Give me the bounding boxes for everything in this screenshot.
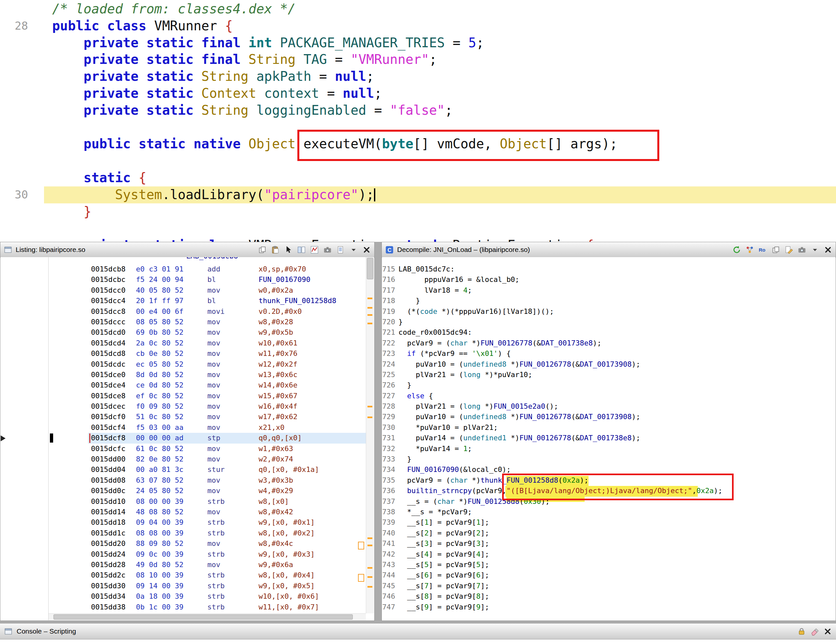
java-code-line[interactable]: private static String loggingEnabled = "… — [0, 102, 836, 119]
decompile-code-line[interactable]: 742 __s[4] = pcVar9[4]; — [382, 549, 835, 559]
listing-vertical-scrollbar[interactable] — [366, 257, 374, 613]
decompile-code-line[interactable]: 726 } — [382, 380, 835, 390]
java-code-line[interactable]: static { — [0, 170, 836, 186]
listing-row[interactable]: 0015dd1448 08 80 52movw8,#0x42 — [1, 507, 366, 517]
java-code-line[interactable]: 30 System.loadLibrary("pairipcore"); — [0, 186, 836, 203]
decompile-code-line[interactable]: 718 } — [382, 296, 835, 306]
analysis-marker[interactable] — [367, 537, 372, 539]
decompile-code-line[interactable]: 731 puVar14 = (undefined1 *)FUN_00126778… — [382, 433, 835, 443]
listing-row[interactable]: 0015dd0400 a0 81 3csturq0,[x0, #0x1a] — [1, 465, 366, 475]
java-code-line[interactable]: 28public class VMRunner { — [0, 18, 836, 34]
scrollbar-thumb[interactable] — [54, 614, 353, 620]
listing-row[interactable]: 0015dcfc61 0c 80 52movw1,#0x63 — [1, 443, 366, 454]
lock-icon[interactable] — [797, 627, 806, 636]
decompile-titlebar[interactable]: C Decompile: JNI_OnLoad – (libpairipcore… — [382, 242, 836, 258]
analysis-marker[interactable] — [367, 323, 372, 324]
decompile-code-line[interactable]: 724 puVar10 = (undefined8 *)FUN_00126778… — [382, 359, 835, 370]
listing-row[interactable]: 0015dcd42a 0c 80 52movw10,#0x61 — [1, 338, 366, 348]
listing-row[interactable]: 0015dcd8cb 0e 80 52movw11,#0x76 — [1, 348, 366, 359]
analysis-marker[interactable] — [367, 416, 372, 418]
listing-row[interactable]: 0015dce8ef 0c 80 52movw15,#0x67 — [1, 391, 366, 401]
decompile-code-line[interactable]: 747 __s[9] = pcVar9[9]; — [382, 602, 835, 612]
analysis-marker[interactable] — [367, 298, 372, 299]
listing-row[interactable]: 0015dcf051 0c 80 52movw17,#0x62 — [1, 412, 366, 422]
decompile-body[interactable]: 715LAB_0015dc7c:716 pppuVar16 = &local_b… — [382, 257, 835, 620]
listing-row[interactable]: 0015dcd069 0b 80 52movw9,#0x5b — [1, 327, 366, 337]
diff-view-icon[interactable] — [297, 245, 306, 254]
java-code-line[interactable]: } — [0, 203, 836, 220]
chevron-down-icon[interactable] — [349, 245, 358, 254]
close-icon[interactable] — [824, 245, 833, 254]
refresh-icon[interactable] — [732, 245, 741, 254]
listing-titlebar[interactable]: Listing: libpairipcore.so — [0, 242, 374, 258]
decompile-code-line[interactable]: 738 *__s = *pcVar9; — [382, 507, 835, 517]
listing-row[interactable]: 0015dd2409 0c 00 39strbw9,[x0, #0x3] — [1, 549, 366, 559]
listing-row[interactable]: 0015dcf4f5 03 00 aamovx21,x0 — [1, 422, 366, 433]
listing-row[interactable]: 0015dce4ce 0d 80 52movw14,#0x6e — [1, 380, 366, 390]
analysis-marker[interactable] — [367, 307, 372, 309]
java-code-line[interactable]: private static final String TAG = "VMRun… — [0, 51, 836, 68]
close-icon[interactable] — [823, 627, 832, 636]
decompile-code-line[interactable]: 721code_r0x0015dc94: — [382, 327, 835, 337]
decompile-code-line[interactable]: 728 plVar21 = (long *)FUN_0015e2a0(); — [382, 401, 835, 412]
decompile-code-line[interactable]: 746 __s[8] = pcVar9[8]; — [382, 591, 835, 602]
listing-row[interactable]: 0015dd2c08 10 00 39strbw8,[x0, #0x4] — [1, 570, 366, 580]
java-code-line[interactable]: private static Context context = null; — [0, 85, 836, 102]
eraser-icon[interactable] — [810, 627, 819, 636]
analysis-marker[interactable] — [367, 576, 372, 578]
decompile-code-line[interactable]: 716 pppuVar16 = &local_b0; — [382, 274, 835, 285]
listing-row[interactable]: 0015dcc040 05 80 52movw0,#0x2a — [1, 285, 366, 296]
listing-row[interactable]: 0015dce08d 0d 80 52movw13,#0x6c — [1, 370, 366, 380]
decompile-code-line[interactable]: 719 (*(code *)(*pppuVar16)[lVar18])(); — [382, 307, 835, 317]
analysis-marker[interactable] — [367, 314, 372, 316]
close-icon[interactable] — [362, 245, 371, 254]
bookmark-marker[interactable] — [358, 542, 364, 549]
listing-row[interactable]: 0015dd0c24 05 80 52movw4,#0x29 — [1, 486, 366, 496]
decompile-code-line[interactable]: 717 lVar18 = 4; — [382, 285, 835, 296]
decompile-code-line[interactable]: 725 plVar21 = (long *)*puVar10; — [382, 370, 835, 380]
analysis-marker[interactable] — [367, 567, 372, 569]
copy-icon[interactable] — [258, 245, 267, 254]
listing-row[interactable]: 0015dcc420 1f ff 97blthunk_FUN_001258d8 — [1, 296, 366, 306]
cursor-location-icon[interactable] — [284, 245, 293, 254]
decompile-code-line[interactable]: 745 __s[7] = pcVar9[7]; — [382, 581, 835, 591]
decompile-code-line[interactable]: 732 *puVar14 = 1; — [382, 443, 835, 454]
analysis-marker[interactable] — [367, 545, 372, 546]
listing-row[interactable]: 0015dd2088 09 80 52movw8,#0x4c — [1, 538, 366, 549]
decompile-code-line[interactable]: 744 __s[6] = pcVar9[6]; — [382, 570, 835, 580]
listing-row[interactable]: 0015dd3009 14 00 39strbw9,[x0, #0x5] — [1, 581, 366, 591]
decompile-code-line[interactable]: 730 *puVar10 = plVar21; — [382, 422, 835, 433]
listing-row[interactable]: 0015dcdcec 05 80 52movw12,#0x2f — [1, 359, 366, 370]
listing-row[interactable]: 0015dd340a 18 00 39strbw10,[x0, #0x6] — [1, 591, 366, 602]
decompile-code-line[interactable]: 715LAB_0015dc7c: — [382, 264, 835, 274]
callgraph-icon[interactable] — [745, 245, 754, 254]
listing-row[interactable]: 0015dcecf0 09 80 52movw16,#0x4f — [1, 401, 366, 412]
listing-row[interactable]: 0015dccc08 05 80 52movw8,#0x28 — [1, 317, 366, 327]
ro-icon[interactable]: Ro — [758, 245, 767, 254]
decompile-code-line[interactable]: 741 __s[3] = pcVar9[3]; — [382, 538, 835, 549]
analysis-marker[interactable] — [367, 406, 372, 408]
decompile-code-line[interactable]: 729 puVar10 = (undefined8 *)FUN_00126778… — [382, 412, 835, 422]
copy-icon[interactable] — [771, 245, 780, 254]
chevron-down-icon[interactable] — [811, 245, 820, 254]
listing-row[interactable]: 0015dcf800 00 00 adstpq0,q0,[x0] — [1, 433, 366, 443]
snapshot-camera-icon[interactable] — [797, 245, 806, 254]
listing-body[interactable]: LAB_0015dcb8 0015dcb8e0 c3 01 91addx0,sp… — [1, 257, 374, 620]
scrollbar-thumb[interactable] — [367, 258, 373, 279]
listing-row[interactable]: 0015dd1c08 08 00 39strbw8,[x0, #0x2] — [1, 528, 366, 538]
paste-icon[interactable] — [271, 245, 280, 254]
listing-row[interactable]: 0015dcb8e0 c3 01 91addx0,sp,#0x70 — [1, 264, 366, 274]
listing-row[interactable]: 0015dd1008 00 00 39strbw8,[x0] — [1, 496, 366, 507]
edit-icon[interactable] — [784, 245, 793, 254]
listing-row[interactable]: 0015dd2849 0d 80 52movw9,#0x6a — [1, 559, 366, 570]
bookmark-marker[interactable] — [358, 574, 364, 582]
decompile-code-line[interactable]: 723 if (*pcVar9 == '\x01') { — [382, 348, 835, 359]
java-code-line[interactable]: private static final int PACKAGE_MANAGER… — [0, 34, 836, 52]
listing-row[interactable]: 0015dd1809 04 00 39strbw9,[x0, #0x1] — [1, 517, 366, 528]
java-code-line[interactable]: private static String apkPath = null; — [0, 68, 836, 85]
decompile-code-line[interactable]: 720} — [382, 317, 835, 327]
listing-row[interactable]: 0015dcbcf5 24 00 94blFUN_00167090 — [1, 274, 366, 285]
listing-row[interactable]: 0015dd0082 0e 80 52movw2,#0x74 — [1, 454, 366, 465]
console-window-titlebar[interactable]: Console – Scripting — [0, 623, 836, 639]
listing-horizontal-scrollbar[interactable] — [49, 613, 366, 620]
